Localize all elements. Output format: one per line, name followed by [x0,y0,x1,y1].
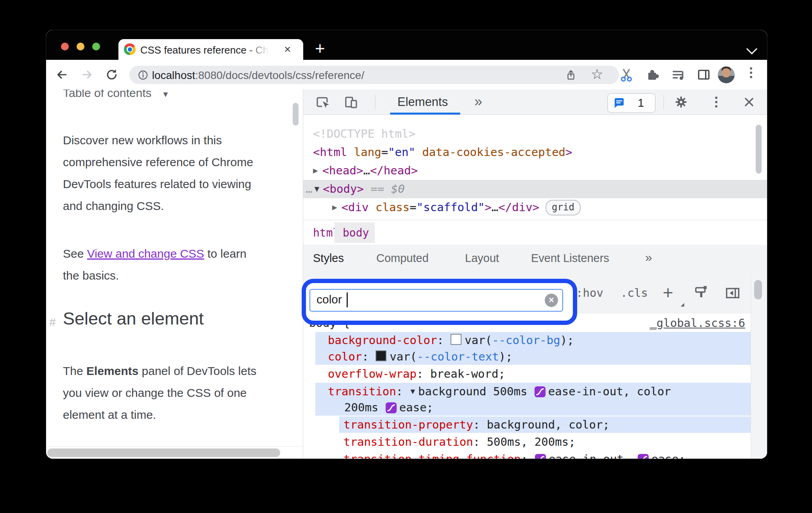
styles-tabbar: Styles Computed Layout Event Listeners » [303,245,767,273]
tab-elements[interactable]: Elements [397,95,448,109]
breadcrumb-body-bg[interactable]: body [334,222,375,243]
site-info-icon[interactable] [138,70,148,81]
tab-title-fade [247,43,279,57]
code-segment-plain [415,145,422,159]
dom-line-body-selected[interactable]: …▼<body> == $0 [303,180,767,198]
code-segment-plain: = [381,145,388,159]
issues-button[interactable]: 1 [607,93,656,113]
code-segment-plain: var( [390,350,417,363]
dom-breadcrumb: html body [303,220,767,246]
code-segment-plain: = [410,201,416,214]
rendering-paint-icon[interactable] [693,284,709,300]
browser-tab[interactable]: CSS features reference - Chrom × [118,39,303,60]
show-sidebar-icon[interactable] [724,285,741,301]
browser-menu-icon[interactable] [748,65,754,80]
playlist-media-icon[interactable] [671,67,685,82]
toolbar-divider-2 [664,95,664,109]
code-segment-plain: ease; [651,452,685,459]
rule-source-link[interactable]: _global.scss:6 [650,315,745,331]
toggle-class-button[interactable]: .cls [621,286,648,300]
page-vertical-scrollbar[interactable] [293,103,299,126]
styles-filter-input[interactable]: color × [309,289,563,312]
window-content: Table of contents▼ Discover new workflow… [46,90,767,459]
code-segment-plain [347,145,354,159]
grid-badge[interactable]: grid [546,200,581,215]
devtools-menu-icon[interactable] [714,95,719,109]
page-horizontal-scrollbar[interactable] [47,448,280,457]
css-row-transition-line2[interactable]: 200ms ease; [303,399,751,416]
code-segment-prop: transition-duration [343,435,473,448]
inspect-element-icon[interactable] [315,95,330,109]
page-bottom-divider [46,446,303,447]
css-row-color[interactable]: color: var(--color-text); [303,348,751,365]
code-segment-plain: : [473,435,487,448]
see-also-pre: See [63,247,87,260]
view-and-change-css-link[interactable]: View and change CSS [87,247,204,260]
table-of-contents-toggle[interactable]: Table of contents▼ [63,90,170,100]
reload-icon[interactable] [105,68,118,81]
code-segment-meta: … [492,201,498,214]
forward-icon[interactable] [80,68,94,81]
code-segment-plain [369,201,376,214]
css-row-transition-property[interactable]: transition-property: background, color; [303,416,751,433]
toggle-hover-state-button[interactable]: :hov [576,286,603,300]
toc-label: Table of contents [63,90,152,99]
dom-line-div-scaffold[interactable]: ▶<div class="scaffold">…</div>grid [303,198,767,217]
scissors-extension-icon[interactable] [619,67,634,82]
code-segment-val: "en" [388,145,415,159]
code-segment-bez [534,386,546,398]
back-icon[interactable] [55,68,68,81]
tab-computed[interactable]: Computed [376,252,429,265]
tab-close-icon[interactable]: × [284,43,291,56]
devtools-settings-gear-icon[interactable] [674,95,689,109]
extensions-puzzle-icon[interactable] [645,67,660,82]
clear-filter-icon[interactable]: × [545,294,558,307]
profile-avatar[interactable] [718,66,735,83]
url-bar[interactable]: localhost:8080/docs/devtools/css/referen… [129,66,619,84]
heading-anchor-hash[interactable]: # [49,316,56,329]
code-segment-plain: ease; [399,401,433,414]
text-caret [347,292,348,307]
new-tab-button[interactable]: + [315,39,325,58]
zoom-window-button[interactable] [92,43,100,50]
breadcrumb-body: body [343,226,369,239]
minimize-window-button[interactable] [77,43,84,50]
url-host: localhost [152,69,195,81]
tab-styles[interactable]: Styles [313,252,344,265]
dom-scrollbar[interactable] [756,125,762,174]
tab-event-listeners[interactable]: Event Listeners [531,252,609,265]
code-segment-doctype: <!DOCTYPE html> [313,127,415,140]
css-row-background-color[interactable]: background-color: var(--color-bg); [303,332,751,348]
css-row-transition-line1[interactable]: transition: ▼background 500ms ease-in-ou… [303,383,751,399]
css-row-transition-duration[interactable]: transition-duration: 500ms, 200ms; [303,434,751,450]
devtools-toolbar: Elements » 1 [303,90,767,115]
devtools-close-icon[interactable] [742,95,757,109]
share-icon[interactable] [565,69,577,81]
dom-line-doctype[interactable]: <!DOCTYPE html> [303,125,767,143]
css-row-overflow-wrap[interactable]: overflow-wrap: break-word; [303,366,751,382]
bookmark-star-icon[interactable]: ☆ [591,66,603,83]
code-segment-bez [385,402,397,414]
styles-scrollbar-thumb[interactable] [754,280,762,300]
code-segment-plain: : [396,385,410,398]
tab-search-chevron-icon[interactable] [746,43,757,54]
intro-paragraph: Discover new workflows in this comprehen… [63,129,301,217]
browser-window: CSS features reference - Chrom × + local… [46,30,767,459]
dom-line-head[interactable]: ▶<head>…</head> [303,161,767,180]
new-style-rule-button[interactable]: + [663,282,673,303]
more-panels-chevron[interactable]: » [474,93,482,110]
more-sidebar-tabs-chevron[interactable]: » [645,250,652,265]
code-segment-plain: 500ms, 200ms; [487,435,576,448]
code-segment-tag: <head> [322,164,363,177]
code-segment-swatch-dark [376,350,386,361]
url-path: :8080/docs/devtools/css/reference/ [195,69,365,81]
tab-layout[interactable]: Layout [465,252,499,265]
close-window-button[interactable] [61,43,69,50]
code-segment-swatch-light [451,334,461,345]
css-row-transition-timing-function[interactable]: transition-timing-function: ease-in-out,… [303,451,751,459]
dom-line-html[interactable]: <html lang="en" data-cookies-accepted> [303,143,767,161]
side-panel-icon[interactable] [696,67,711,82]
elements-bold: Elements [86,364,138,377]
devtools-panel: Elements » 1 [303,90,767,459]
device-toolbar-icon[interactable] [344,95,359,109]
